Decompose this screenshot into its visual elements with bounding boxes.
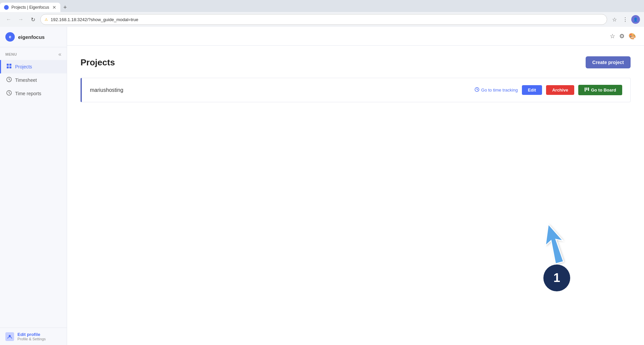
archive-project-button[interactable]: Archive (546, 85, 574, 95)
palette-icon[interactable]: 🎨 (629, 33, 636, 40)
sidebar-menu-label: MENU (5, 52, 17, 56)
svg-marker-12 (540, 222, 568, 265)
menu-button[interactable]: ⋮ (621, 15, 630, 24)
profile-avatar[interactable]: 👤 (631, 15, 640, 24)
svg-marker-13 (540, 222, 568, 265)
svg-rect-2 (7, 66, 9, 68)
sidebar-header: e eigenfocus (0, 27, 67, 47)
browser-actions: ☆ ⋮ 👤 (610, 15, 640, 24)
annotation-number-circle: 1 (543, 265, 570, 291)
user-avatar-icon (5, 332, 14, 341)
svg-rect-11 (588, 88, 589, 91)
sidebar-item-time-reports[interactable]: Time reports (0, 87, 67, 100)
page-title: Projects (80, 57, 115, 68)
reload-button[interactable]: ↻ (28, 15, 38, 24)
bookmark-button[interactable]: ☆ (610, 15, 619, 24)
main-content: ☆ ⚙ 🎨 Projects Create project mariushost… (67, 27, 644, 345)
sidebar-footer-text: Edit profile Profile & Settings (17, 332, 46, 341)
svg-rect-9 (585, 88, 586, 92)
app-container: e eigenfocus MENU « Projects Timesheet (0, 27, 644, 345)
svg-point-7 (9, 335, 11, 337)
active-tab[interactable]: Projects | Eigenfocus ✕ (0, 3, 60, 12)
content-area: Projects Create project mariushosting Go… (67, 46, 644, 345)
page-header: Projects Create project (80, 56, 631, 68)
profile-settings-label: Profile & Settings (17, 337, 46, 341)
edit-profile-label: Edit profile (17, 332, 46, 337)
sidebar-menu-header: MENU « (0, 47, 67, 59)
timesheet-icon (6, 77, 12, 83)
project-actions: Go to time tracking Edit Archive Go to B… (475, 85, 622, 95)
forward-button[interactable]: → (16, 15, 25, 24)
tab-title: Projects | Eigenfocus (11, 5, 50, 10)
svg-rect-3 (9, 66, 11, 68)
sidebar-brand: eigenfocus (18, 34, 45, 40)
sidebar-item-timesheet-label: Timesheet (15, 77, 37, 83)
sidebar-nav: Projects Timesheet Time reports (0, 59, 67, 328)
sidebar-item-projects[interactable]: Projects (0, 60, 67, 73)
gear-icon[interactable]: ⚙ (619, 33, 625, 40)
time-reports-icon (6, 90, 12, 97)
sidebar-collapse-button[interactable]: « (58, 51, 61, 57)
clock-icon (475, 87, 479, 93)
go-to-time-tracking-label: Go to time tracking (481, 88, 518, 93)
svg-rect-1 (9, 64, 11, 66)
create-project-button[interactable]: Create project (586, 56, 631, 68)
annotation-overlay: 1 (537, 220, 577, 301)
edit-project-button[interactable]: Edit (522, 85, 542, 95)
security-icon: ⚠ (45, 17, 48, 22)
sidebar-footer[interactable]: Edit profile Profile & Settings (0, 328, 67, 345)
tab-close-button[interactable]: ✕ (52, 5, 56, 10)
go-to-board-button[interactable]: Go to Board (578, 85, 622, 95)
back-button[interactable]: ← (4, 15, 13, 24)
svg-rect-0 (7, 64, 9, 66)
top-bar: ☆ ⚙ 🎨 (67, 27, 644, 46)
browser-toolbar: ← → ↻ ⚠ 192.168.1.18:3242/?show_guide_mo… (0, 12, 644, 27)
board-icon (584, 87, 589, 93)
annotation-number: 1 (553, 271, 560, 285)
sidebar-item-time-reports-label: Time reports (15, 91, 41, 96)
sidebar-item-timesheet[interactable]: Timesheet (0, 73, 67, 87)
go-to-time-tracking-link[interactable]: Go to time tracking (475, 87, 518, 93)
svg-rect-10 (586, 88, 587, 90)
project-card: mariushosting Go to time tracking Edit A… (80, 78, 631, 102)
projects-icon (6, 63, 12, 70)
tab-favicon (4, 5, 9, 10)
sidebar-logo: e (5, 32, 15, 42)
sidebar: e eigenfocus MENU « Projects Timesheet (0, 27, 67, 345)
star-icon[interactable]: ☆ (610, 33, 615, 40)
address-bar[interactable]: ⚠ 192.168.1.18:3242/?show_guide_modal=tr… (40, 14, 607, 25)
browser-chrome: Projects | Eigenfocus ✕ + ← → ↻ ⚠ 192.16… (0, 0, 644, 27)
project-name: mariushosting (90, 87, 123, 93)
url-text: 192.168.1.18:3242/?show_guide_modal=true (51, 17, 603, 22)
new-tab-button[interactable]: + (60, 3, 70, 12)
sidebar-item-projects-label: Projects (15, 64, 32, 69)
annotation-arrow-svg (537, 220, 577, 273)
tab-bar: Projects | Eigenfocus ✕ + (0, 0, 644, 12)
go-to-board-label: Go to Board (591, 88, 616, 93)
